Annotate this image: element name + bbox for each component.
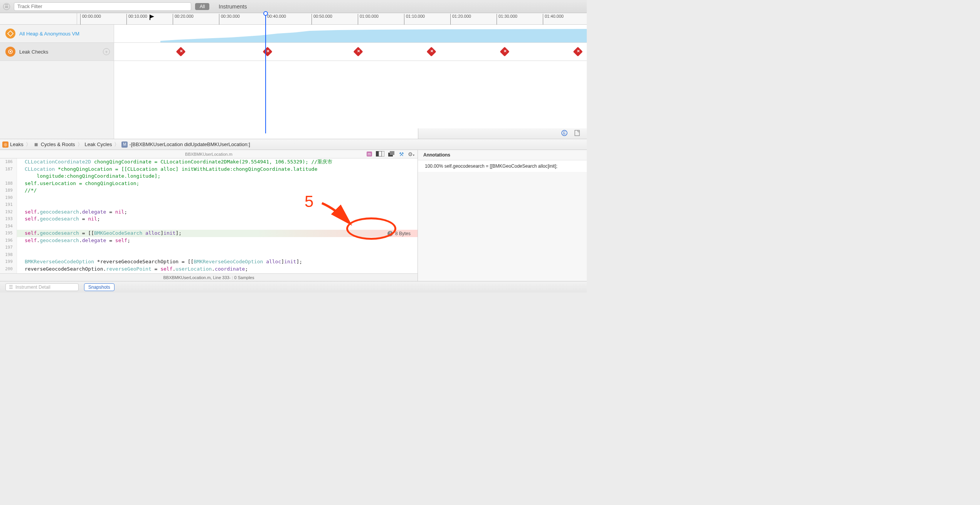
ruler-tick: 01:20.000 [450,14,471,25]
code-line: 190 [0,194,418,202]
track-label: All Heap & Anonymous VM [19,31,79,37]
code-line: 189//*/ [0,187,418,194]
xcode-icon[interactable]: ⚒ [399,151,404,157]
svg-text:E: E [563,131,566,135]
crumb-cycles-roots[interactable]: ▦ Cycles & Roots [33,141,75,148]
allocations-graph[interactable] [114,25,587,42]
code-tabbar: BBXBMKUserLocation.m m ⚒ ⚙︎▾ [0,150,418,158]
bottom-toolbar: ☰ Instrument Detail Snapshots [0,281,587,293]
ruler-tick: 00:40.000 [265,14,286,25]
crumb-leaks[interactable]: ◎ Leaks [2,141,24,148]
leak-marker-icon[interactable] [176,47,185,56]
leaks-graph[interactable] [114,43,587,61]
svg-marker-3 [160,29,587,42]
file-title: BBXBMKUserLocation.m [185,152,232,157]
code-line: 201 [0,273,418,273]
code-line: 187CLLocation *chongQingLocation = [[CLL… [0,166,418,173]
crumb-leak-cycles[interactable]: Leak Cycles [85,141,112,147]
annotations-header: Annotations [418,150,587,160]
annotations-pane: Annotations 100.00% self.geocodesearch =… [418,150,587,281]
code-line: 200reverseGeocodeSearchOption.reverseGeo… [0,266,418,273]
crumb-method[interactable]: M -[BBXBMKUserLocation didUpdateBMKUserL… [121,141,250,148]
filter-icon[interactable]: ☰ [3,3,10,10]
svg-rect-13 [390,151,394,155]
code-line: 192self.geocodesearch.delegate = nil; [0,209,418,216]
svg-rect-2 [8,31,13,36]
playhead-line[interactable] [265,13,266,133]
timeline-ruler[interactable]: 00:00.00000:10.00000:20.00000:30.00000:4… [0,13,587,25]
leak-marker-icon[interactable] [573,47,583,56]
leaks-small-icon: ◎ [2,141,8,148]
code-line: 193self.geocodesearch = nil; [0,215,418,223]
code-line: 191 [0,201,418,209]
track-filter-all-pill[interactable]: All [195,3,209,10]
add-track-button[interactable]: + [103,48,110,55]
m-badge-icon[interactable]: m [367,152,372,157]
extended-detail-icon[interactable]: E [561,130,567,137]
ruler-tick: 01:00.000 [358,14,379,25]
source-code-pane: BBXBMKUserLocation.m m ⚒ ⚙︎▾ 186CLLocati… [0,150,418,281]
code-line: 188self.userLocation = chongQingLocation… [0,180,418,187]
ruler-tick: 01:10.000 [404,14,425,25]
ruler-tick: 01:40.000 [543,14,564,25]
allocations-icon [5,29,15,39]
bytes-badge[interactable]: !8 Bytes [387,230,411,237]
grid-icon: ▦ [33,141,39,148]
code-status-bar: BBXBMKUserLocation.m, Line 333- : 0 Samp… [0,273,418,281]
playhead-marker-icon[interactable] [263,11,268,16]
stack-icon[interactable] [388,151,395,157]
code-line: longitude:chongQingCoordinate.longitude]… [0,173,418,180]
code-line: 194 [0,223,418,230]
right-pane-toolbar: E [418,128,587,139]
track-row-leaks[interactable]: Leak Checks + [0,43,587,61]
track-label: Leak Checks [19,49,48,55]
top-toolbar: ☰ All Instruments [0,0,587,13]
breadcrumb: ◎ Leaks 〉 ▦ Cycles & Roots 〉 Leak Cycles… [0,139,587,150]
code-line: 196self.geocodesearch.delegate = self; [0,237,418,244]
leak-marker-icon[interactable] [263,47,272,56]
ruler-tick: 00:00.000 [80,14,101,25]
layout-columns-icon[interactable] [376,151,384,157]
track-filter-input[interactable] [14,2,191,11]
ruler-tick: 00:50.000 [312,14,332,25]
leaks-icon [5,47,15,57]
svg-rect-11 [379,151,382,157]
ruler-tick: 00:10.000 [126,14,147,25]
svg-rect-1 [150,15,150,20]
svg-rect-10 [376,151,379,157]
leak-marker-icon[interactable] [426,47,436,56]
document-icon[interactable] [574,130,580,137]
snapshots-button[interactable]: Snapshots [84,283,115,291]
code-line: 199BMKReverseGeoCodeOption *reverseGeoco… [0,258,418,266]
track-row-allocations[interactable]: All Heap & Anonymous VM [0,25,587,43]
svg-rect-8 [575,130,579,136]
leak-marker-icon[interactable] [353,47,363,56]
m-file-icon: M [121,141,128,148]
leak-marker-icon[interactable] [500,47,509,56]
instruments-label: Instruments [219,3,247,10]
ruler-tick: 00:30.000 [219,14,240,25]
annotation-item[interactable]: 100.00% self.geocodesearch = [[BMKGeoCod… [418,160,587,172]
source-code-view[interactable]: 186CLLocationCoordinate2D chongQingCoord… [0,158,418,273]
code-line: 186CLLocationCoordinate2D chongQingCoord… [0,158,418,166]
code-line: 195self.geocodesearch = [[BMKGeoCodeSear… [0,230,418,237]
code-line: 198 [0,251,418,259]
ruler-tick: 00:20.000 [173,14,194,25]
svg-point-5 [10,51,11,52]
playhead-flag-icon[interactable] [150,15,155,20]
gear-icon[interactable]: ⚙︎▾ [408,151,414,157]
filter-icon: ☰ [9,284,13,290]
instrument-detail-input[interactable]: ☰ Instrument Detail [5,283,79,291]
code-line: 197 [0,244,418,251]
ruler-tick: 01:30.000 [497,14,517,25]
